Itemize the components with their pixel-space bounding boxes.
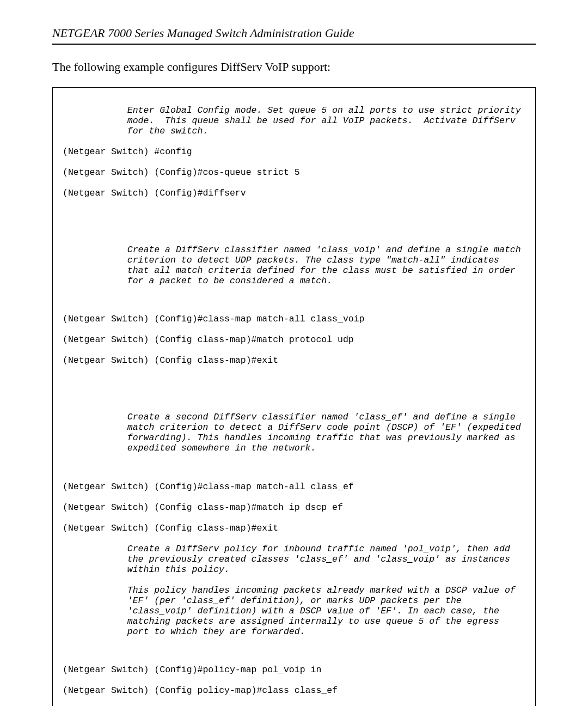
blank-line xyxy=(63,227,525,235)
header-rule xyxy=(52,44,536,45)
code-comment: Enter Global Config mode. Set queue 5 on… xyxy=(63,106,525,137)
page: NETGEAR 7000 Series Managed Switch Admin… xyxy=(0,0,588,706)
code-comment: Create a DiffServ classifier named 'clas… xyxy=(63,245,525,287)
running-header: NETGEAR 7000 Series Managed Switch Admin… xyxy=(52,26,536,40)
blank-line xyxy=(63,376,525,384)
code-comment: Create a second DiffServ classifier name… xyxy=(63,412,525,454)
blank-line xyxy=(63,647,525,655)
code-comment: Create a DiffServ policy for inbound tra… xyxy=(63,544,525,575)
code-line: (Netgear Switch) (Config)#policy-map pol… xyxy=(63,665,525,675)
code-line: (Netgear Switch) (Config)#class-map matc… xyxy=(63,482,525,492)
code-example-box: Enter Global Config mode. Set queue 5 on… xyxy=(52,87,536,706)
code-comment: This policy handles incoming packets alr… xyxy=(63,586,525,637)
code-line: (Netgear Switch) (Config)#diffserv xyxy=(63,188,525,199)
code-line: (Netgear Switch) #config xyxy=(63,147,525,157)
blank-line xyxy=(63,296,525,304)
code-line: (Netgear Switch) (Config class-map)#exit xyxy=(63,356,525,366)
blank-line xyxy=(63,209,525,217)
code-line: (Netgear Switch) (Config class-map)#exit xyxy=(63,524,525,534)
code-line: (Netgear Switch) (Config class-map)#matc… xyxy=(63,335,525,345)
intro-paragraph: The following example configures DiffSer… xyxy=(52,60,536,74)
code-line: (Netgear Switch) (Config)#cos-queue stri… xyxy=(63,168,525,178)
code-line: (Netgear Switch) (Config)#class-map matc… xyxy=(63,314,525,325)
blank-line xyxy=(63,394,525,402)
code-line: (Netgear Switch) (Config class-map)#matc… xyxy=(63,503,525,513)
blank-line xyxy=(63,464,525,472)
code-line: (Netgear Switch) (Config policy-map)#cla… xyxy=(63,686,525,696)
